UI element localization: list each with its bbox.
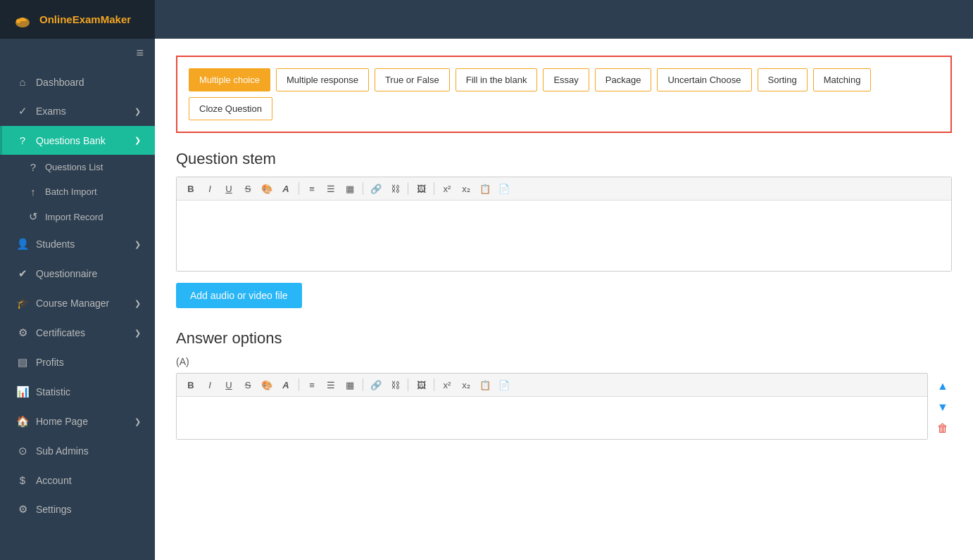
answer-option-label: (A) bbox=[176, 356, 952, 367]
sidebar-item-batch-import[interactable]: ↑ Batch Import bbox=[0, 179, 155, 204]
tb-sup-ans[interactable]: x² bbox=[439, 376, 456, 393]
main-content: Multiple choice Multiple response True o… bbox=[155, 0, 973, 560]
chevron-down-icon: ❯ bbox=[134, 136, 141, 145]
sidebar-item-sub-admins[interactable]: ⊙ Sub Admins bbox=[0, 436, 155, 466]
sidebar-item-label: Questionnaire bbox=[36, 268, 97, 279]
q-type-fill-blank[interactable]: Fill in the blank bbox=[456, 68, 538, 91]
q-type-package[interactable]: Package bbox=[595, 68, 652, 91]
questions-list-icon: ? bbox=[27, 161, 39, 173]
tb-strikethrough[interactable]: S bbox=[239, 180, 256, 197]
sidebar-nav: ⌂ Dashboard ✓ Exams ❯ ? Questions Bank ❯… bbox=[0, 68, 155, 560]
tb-paste[interactable]: 📄 bbox=[496, 180, 513, 197]
add-media-button[interactable]: Add audio or video file bbox=[176, 283, 302, 308]
tb-subscript[interactable]: x₂ bbox=[458, 180, 475, 197]
q-type-multiple-response[interactable]: Multiple response bbox=[276, 68, 369, 91]
import-record-icon: ↺ bbox=[27, 210, 39, 223]
sidebar-item-questions-list[interactable]: ? Questions List bbox=[0, 155, 155, 179]
q-type-true-or-false[interactable]: True or False bbox=[375, 68, 450, 91]
tb-unlink-ans[interactable]: ⛓ bbox=[387, 376, 403, 393]
sidebar-item-label: Questions Bank bbox=[36, 135, 106, 146]
brand-name: OnlineExamMaker bbox=[39, 13, 131, 25]
q-type-matching[interactable]: Matching bbox=[813, 68, 872, 91]
sidebar-item-statistic[interactable]: 📊 Statistic bbox=[0, 377, 155, 407]
tb-italic-ans[interactable]: I bbox=[201, 376, 218, 393]
move-down-button[interactable]: ▼ bbox=[934, 398, 952, 416]
tb-underline[interactable]: U bbox=[220, 180, 237, 197]
tb-color[interactable]: 🎨 bbox=[258, 180, 275, 197]
tb-color-ans[interactable]: 🎨 bbox=[258, 376, 275, 393]
sidebar-item-settings[interactable]: ⚙ Settings bbox=[0, 495, 155, 524]
sidebar-header: OnlineExamMaker bbox=[0, 0, 155, 39]
svg-point-1 bbox=[16, 19, 20, 23]
sidebar-item-label: Dashboard bbox=[36, 77, 84, 88]
chevron-right-icon: ❯ bbox=[134, 417, 141, 426]
tb-table-ans[interactable]: ▦ bbox=[341, 376, 358, 393]
tb-ul-ans[interactable]: ☰ bbox=[322, 376, 339, 393]
tb-unordered-list[interactable]: ☰ bbox=[322, 180, 339, 197]
chevron-right-icon: ❯ bbox=[134, 107, 141, 116]
sidebar-item-certificates[interactable]: ⚙ Certificates ❯ bbox=[0, 318, 155, 348]
tb-bold-ans[interactable]: B bbox=[182, 376, 199, 393]
tb-link-ans[interactable]: 🔗 bbox=[368, 376, 384, 393]
sidebar-item-course-manager[interactable]: 🎓 Course Manager ❯ bbox=[0, 288, 155, 318]
tb-copy[interactable]: 📋 bbox=[477, 180, 494, 197]
questionnaire-icon: ✔ bbox=[16, 267, 29, 280]
q-type-uncertain-choose[interactable]: Uncertain Choose bbox=[657, 68, 751, 91]
settings-icon: ⚙ bbox=[16, 503, 29, 516]
tb-sub-ans[interactable]: x₂ bbox=[458, 376, 475, 393]
sidebar-item-label: Students bbox=[36, 238, 75, 250]
sidebar-item-label: Account bbox=[36, 475, 72, 486]
sidebar-item-label: Batch Import bbox=[45, 186, 97, 197]
sidebar-item-dashboard[interactable]: ⌂ Dashboard bbox=[0, 68, 155, 96]
tb-img-ans[interactable]: 🖼 bbox=[413, 376, 429, 393]
sidebar-item-label: Settings bbox=[36, 504, 72, 515]
answer-option-row: B I U S 🎨 A ≡ ☰ ▦ 🔗 ⛓ 🖼 x² bbox=[176, 373, 952, 451]
sidebar-item-profits[interactable]: ▤ Profits bbox=[0, 348, 155, 377]
tb-underline-ans[interactable]: U bbox=[220, 376, 237, 393]
profits-icon: ▤ bbox=[16, 356, 29, 369]
batch-import-icon: ↑ bbox=[27, 186, 39, 198]
homepage-icon: 🏠 bbox=[16, 415, 29, 428]
move-up-button[interactable]: ▲ bbox=[934, 377, 952, 395]
course-manager-icon: 🎓 bbox=[16, 297, 29, 310]
content-area: Multiple choice Multiple response True o… bbox=[155, 39, 973, 560]
chevron-right-icon: ❯ bbox=[134, 240, 141, 249]
sidebar-item-questionnaire[interactable]: ✔ Questionnaire bbox=[0, 259, 155, 288]
q-type-sorting[interactable]: Sorting bbox=[758, 68, 808, 91]
tb-font-ans[interactable]: A bbox=[277, 376, 294, 393]
answer-option-body[interactable] bbox=[177, 397, 927, 439]
sub-admins-icon: ⊙ bbox=[16, 445, 29, 457]
account-icon: $ bbox=[16, 474, 29, 486]
tb-font[interactable]: A bbox=[277, 180, 294, 197]
tb-paste-ans[interactable]: 📄 bbox=[496, 376, 513, 393]
sidebar-item-import-record[interactable]: ↺ Import Record bbox=[0, 204, 155, 229]
sidebar-item-students[interactable]: 👤 Students ❯ bbox=[0, 229, 155, 259]
q-type-essay[interactable]: Essay bbox=[543, 68, 589, 91]
logo-icon bbox=[11, 8, 34, 31]
students-icon: 👤 bbox=[16, 238, 29, 250]
q-type-multiple-choice[interactable]: Multiple choice bbox=[189, 68, 270, 91]
tb-link[interactable]: 🔗 bbox=[368, 180, 384, 197]
sidebar-toggle-area: ≡ bbox=[0, 39, 155, 68]
tb-ol-ans[interactable]: ≡ bbox=[303, 376, 320, 393]
tb-superscript[interactable]: x² bbox=[439, 180, 456, 197]
question-type-selector: Multiple choice Multiple response True o… bbox=[176, 56, 952, 133]
q-type-cloze[interactable]: Cloze Question bbox=[189, 97, 272, 120]
hamburger-icon[interactable]: ≡ bbox=[136, 46, 144, 61]
sidebar-item-label: Profits bbox=[36, 357, 64, 368]
tb-strike-ans[interactable]: S bbox=[239, 376, 256, 393]
sidebar-item-homepage[interactable]: 🏠 Home Page ❯ bbox=[0, 407, 155, 436]
sidebar-item-account[interactable]: $ Account bbox=[0, 466, 155, 495]
tb-ordered-list[interactable]: ≡ bbox=[303, 180, 320, 197]
answer-options-title: Answer options bbox=[176, 329, 952, 348]
tb-table[interactable]: ▦ bbox=[341, 180, 358, 197]
tb-unlink[interactable]: ⛓ bbox=[387, 180, 403, 197]
sidebar-item-questions-bank[interactable]: ? Questions Bank ❯ bbox=[0, 126, 155, 155]
tb-italic[interactable]: I bbox=[201, 180, 218, 197]
delete-option-button[interactable]: 🗑 bbox=[934, 419, 952, 438]
question-stem-body[interactable] bbox=[177, 201, 951, 271]
tb-image[interactable]: 🖼 bbox=[413, 180, 429, 197]
tb-bold[interactable]: B bbox=[182, 180, 199, 197]
sidebar-item-exams[interactable]: ✓ Exams ❯ bbox=[0, 96, 155, 126]
tb-copy-ans[interactable]: 📋 bbox=[477, 376, 494, 393]
